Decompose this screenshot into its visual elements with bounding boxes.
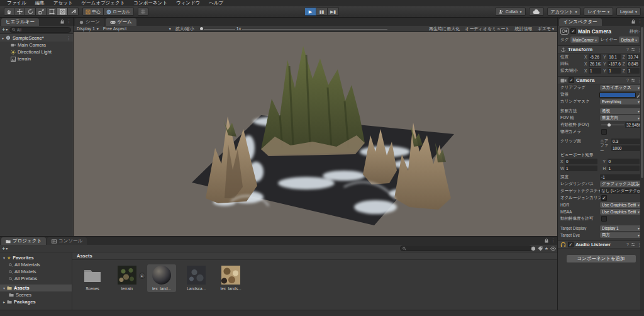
tab-project[interactable]: プロジェクト <box>1 237 46 245</box>
tag-dropdown[interactable]: MainCamer▾ <box>570 37 599 43</box>
menu-component[interactable]: コンポーネント <box>129 0 172 6</box>
hdr-dropdown[interactable]: Use Graphics Setti▾ <box>600 202 641 208</box>
menu-edit[interactable]: 編集 <box>31 0 49 6</box>
pivot-toggle-button[interactable]: 中心 <box>82 8 104 16</box>
packages-row[interactable]: ▸Packages <box>0 298 72 305</box>
favorite-all-materials[interactable]: All Materials <box>0 261 72 268</box>
gameobject-name-field[interactable]: Main Camera <box>578 28 628 35</box>
slider-knob[interactable] <box>200 27 203 30</box>
clear-flags-dropdown[interactable]: スカイボックス▾ <box>600 85 641 91</box>
tab-hierarchy[interactable]: ヒエラルキー <box>1 18 39 26</box>
help-icon[interactable]: ? <box>626 242 629 247</box>
viewport-h-field[interactable]: 1 <box>608 166 640 171</box>
collab-button[interactable]: Collab▾ <box>495 8 526 16</box>
foldout-caret-icon[interactable]: ▾ <box>3 256 5 260</box>
layer-dropdown[interactable]: Default▾ <box>619 37 639 43</box>
transform-tool-button[interactable] <box>57 8 68 16</box>
menu-help[interactable]: ヘルプ <box>204 0 228 6</box>
asset-tex-lands[interactable]: tex_lands... <box>216 264 245 292</box>
hierarchy-search[interactable] <box>9 27 71 33</box>
help-icon[interactable]: ? <box>626 47 629 52</box>
menu-assets[interactable]: アセット <box>49 0 77 6</box>
fov-slider[interactable] <box>601 123 624 128</box>
asset-expander-icon[interactable]: ▸ <box>139 273 145 279</box>
hand-tool-button[interactable] <box>4 8 14 16</box>
transform-component-header[interactable]: Transform ?⋮ <box>558 45 644 54</box>
physical-camera-checkbox[interactable] <box>601 129 607 135</box>
foldout-caret-icon[interactable]: ▸ <box>3 300 5 304</box>
tab-game[interactable]: ゲーム <box>106 18 136 26</box>
fov-axis-dropdown[interactable]: 垂直方向▾ <box>600 115 641 121</box>
grid-snap-button[interactable] <box>138 8 148 16</box>
add-component-button[interactable]: コンポーネントを追加 <box>566 254 636 263</box>
fov-value-field[interactable]: 32.5456 <box>625 122 641 128</box>
menu-file[interactable]: ファイル <box>3 0 31 6</box>
viewport-y-field[interactable]: 0 <box>608 159 640 164</box>
mute-audio-toggle[interactable]: オーディオをミュート <box>465 26 509 32</box>
msaa-dropdown[interactable]: Use Graphics Setti▾ <box>600 209 641 215</box>
panel-menu-icon[interactable]: ⋮ <box>67 19 71 24</box>
scale-slider[interactable]: 1x <box>199 26 387 32</box>
pause-button[interactable]: ▮▮ <box>316 8 328 16</box>
layout-dropdown[interactable]: Layout▾ <box>616 8 641 16</box>
tab-inspector[interactable]: インスペクター <box>559 18 602 26</box>
lock-icon[interactable] <box>545 239 548 243</box>
viewport-w-field[interactable]: 1 <box>565 166 597 171</box>
rotation-y-field[interactable]: -187.64 <box>608 61 620 67</box>
presets-icon[interactable] <box>631 242 635 247</box>
hierarchy-item-directional-light[interactable]: Directional Light <box>0 48 73 55</box>
favorite-all-prefabs[interactable]: All Prefabs <box>0 275 72 282</box>
dynamic-resolution-checkbox[interactable] <box>601 216 607 222</box>
lock-icon[interactable] <box>60 20 64 24</box>
active-checkbox[interactable]: ✓ <box>570 28 576 34</box>
favorites-row[interactable]: ▾★Favorites <box>0 254 72 261</box>
hierarchy-item-main-camera[interactable]: Main Camera <box>0 42 73 48</box>
tab-console[interactable]: コンソール <box>47 237 87 245</box>
scale-tool-button[interactable] <box>36 8 47 16</box>
scale-z-field[interactable]: 1 <box>627 68 640 74</box>
scene-row[interactable]: ▾ SampleScene* ⋮ <box>0 34 73 42</box>
depth-field[interactable]: -1 <box>600 174 641 180</box>
scenes-folder-row[interactable]: Scenes <box>0 291 72 298</box>
tab-scene[interactable]: シーン <box>75 18 104 26</box>
help-icon[interactable]: ? <box>626 78 629 82</box>
foldout-caret-icon[interactable]: ▾ <box>2 36 4 40</box>
game-view-canvas[interactable] <box>74 32 557 236</box>
stats-toggle[interactable]: 統計情報 <box>515 26 533 32</box>
assets-breadcrumb[interactable]: Assets <box>72 252 557 260</box>
play-button[interactable]: ▶ <box>305 8 316 16</box>
target-texture-field[interactable]: なし (レンダーテクスチャ⊙ <box>600 188 641 194</box>
panel-menu-icon[interactable]: ⋮ <box>551 238 555 243</box>
step-button[interactable]: ▶▮ <box>328 8 339 16</box>
display-dropdown[interactable]: Display 1▾ <box>77 26 99 31</box>
project-search-input[interactable] <box>408 246 530 251</box>
save-search-star-icon[interactable]: ★ <box>545 246 548 251</box>
target-eye-dropdown[interactable]: 両方▾ <box>600 232 641 238</box>
rendering-path-dropdown[interactable]: グラフィックス設定を使用▾ <box>600 181 641 187</box>
lock-icon[interactable] <box>631 20 635 24</box>
hidden-packages-icon[interactable] <box>550 246 556 251</box>
scene-menu-icon[interactable]: ⋮ <box>67 35 72 41</box>
asset-landscape[interactable]: Landsca... <box>182 264 211 292</box>
camera-enabled-checkbox[interactable]: ✓ <box>569 77 574 83</box>
position-z-field[interactable]: 33.74 <box>627 54 640 60</box>
maximize-on-play-toggle[interactable]: 再生時に最大化 <box>429 26 460 32</box>
favorite-all-models[interactable]: All Models <box>0 268 72 275</box>
space-toggle-button[interactable]: ローカル <box>104 8 134 16</box>
rotation-x-field[interactable]: 26.162 <box>589 61 601 67</box>
aspect-dropdown[interactable]: Free Aspect▾ <box>103 26 171 31</box>
asset-scenes-folder[interactable]: Scenes <box>78 264 107 292</box>
rect-tool-button[interactable] <box>47 8 57 16</box>
gizmos-dropdown[interactable]: ギズモ ▾ <box>538 26 554 32</box>
foldout-caret-icon[interactable]: ▾ <box>3 286 5 290</box>
create-button[interactable]: +▾ <box>2 246 8 251</box>
inspector-scrollbar[interactable] <box>641 27 643 178</box>
layers-dropdown[interactable]: レイヤー▾ <box>584 8 613 16</box>
panel-menu-icon[interactable]: ⋮ <box>638 19 642 24</box>
search-by-type-icon[interactable] <box>531 246 536 251</box>
asset-terrain[interactable]: terrain ▸ <box>113 264 142 292</box>
move-tool-button[interactable] <box>14 8 25 16</box>
culling-mask-dropdown[interactable]: Everything▾ <box>600 99 641 104</box>
asset-tex-land-selected[interactable]: tex_land... <box>147 264 176 292</box>
presets-icon[interactable] <box>631 78 635 82</box>
